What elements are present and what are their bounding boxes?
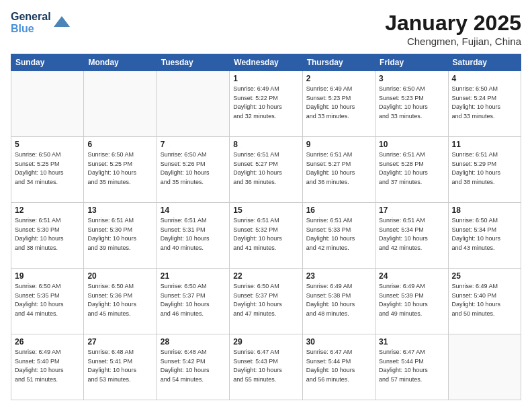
calendar-table: Sunday Monday Tuesday Wednesday Thursday… [11,54,521,400]
calendar-cell-4-6 [448,334,521,400]
calendar-cell-2-2: 14Sunrise: 6:51 AMSunset: 5:31 PMDayligh… [157,203,229,269]
day-number: 30 [306,337,371,347]
calendar-cell-1-5: 10Sunrise: 6:51 AMSunset: 5:28 PMDayligh… [375,137,448,203]
month-title: January 2025 [385,11,521,36]
day-info: Sunrise: 6:49 AMSunset: 5:22 PMDaylight:… [233,85,298,121]
calendar-cell-2-4: 16Sunrise: 6:51 AMSunset: 5:33 PMDayligh… [302,203,375,269]
day-number: 15 [233,205,298,215]
day-info: Sunrise: 6:47 AMSunset: 5:44 PMDaylight:… [379,348,444,384]
day-number: 26 [15,337,80,347]
day-number: 4 [452,74,517,83]
day-info: Sunrise: 6:51 AMSunset: 5:32 PMDaylight:… [233,216,298,253]
day-number: 18 [452,205,517,215]
calendar-cell-0-2 [157,71,229,137]
header: General Blue January 2025 Chengmen, Fuji… [11,11,521,47]
calendar-cell-1-0: 5Sunrise: 6:50 AMSunset: 5:25 PMDaylight… [11,137,84,203]
day-info: Sunrise: 6:49 AMSunset: 5:39 PMDaylight:… [379,282,444,318]
day-number: 23 [306,271,371,281]
week-row-4: 19Sunrise: 6:50 AMSunset: 5:35 PMDayligh… [11,269,521,334]
day-info: Sunrise: 6:50 AMSunset: 5:37 PMDaylight:… [161,282,226,318]
week-row-1: 1Sunrise: 6:49 AMSunset: 5:22 PMDaylight… [11,71,521,137]
calendar-cell-0-0 [11,71,84,137]
day-number: 5 [15,140,80,149]
calendar-cell-3-0: 19Sunrise: 6:50 AMSunset: 5:35 PMDayligh… [11,269,84,334]
calendar-header-row: Sunday Monday Tuesday Wednesday Thursday… [11,54,521,71]
day-number: 13 [87,205,152,215]
header-wednesday: Wednesday [230,54,302,71]
day-info: Sunrise: 6:51 AMSunset: 5:27 PMDaylight:… [233,150,298,187]
day-number: 31 [379,337,444,347]
day-info: Sunrise: 6:50 AMSunset: 5:25 PMDaylight:… [87,150,152,187]
day-number: 16 [306,205,371,215]
page: General Blue January 2025 Chengmen, Fuji… [0,0,532,411]
calendar-cell-0-5: 3Sunrise: 6:50 AMSunset: 5:23 PMDaylight… [375,71,448,137]
day-number: 20 [87,271,152,281]
logo-line1: General [11,11,51,23]
day-info: Sunrise: 6:50 AMSunset: 5:37 PMDaylight:… [233,282,298,318]
day-number: 10 [379,140,444,149]
day-info: Sunrise: 6:51 AMSunset: 5:27 PMDaylight:… [306,150,371,187]
day-info: Sunrise: 6:48 AMSunset: 5:41 PMDaylight:… [87,348,152,384]
header-friday: Friday [375,54,448,71]
day-info: Sunrise: 6:51 AMSunset: 5:28 PMDaylight:… [379,150,444,187]
day-number: 25 [452,271,517,281]
day-info: Sunrise: 6:49 AMSunset: 5:23 PMDaylight:… [306,85,371,121]
calendar-cell-3-6: 25Sunrise: 6:49 AMSunset: 5:40 PMDayligh… [448,269,521,334]
day-number: 28 [161,337,226,347]
day-info: Sunrise: 6:50 AMSunset: 5:26 PMDaylight:… [161,150,226,187]
calendar-cell-1-4: 9Sunrise: 6:51 AMSunset: 5:27 PMDaylight… [302,137,375,203]
calendar-cell-2-3: 15Sunrise: 6:51 AMSunset: 5:32 PMDayligh… [230,203,302,269]
day-number: 14 [161,205,226,215]
day-info: Sunrise: 6:50 AMSunset: 5:35 PMDaylight:… [15,282,80,318]
day-info: Sunrise: 6:49 AMSunset: 5:40 PMDaylight:… [15,348,80,384]
day-info: Sunrise: 6:50 AMSunset: 5:23 PMDaylight:… [379,85,444,121]
header-saturday: Saturday [448,54,521,71]
calendar-cell-3-5: 24Sunrise: 6:49 AMSunset: 5:39 PMDayligh… [375,269,448,334]
day-info: Sunrise: 6:51 AMSunset: 5:30 PMDaylight:… [15,216,80,253]
day-number: 22 [233,271,298,281]
calendar-cell-1-2: 7Sunrise: 6:50 AMSunset: 5:26 PMDaylight… [157,137,229,203]
day-info: Sunrise: 6:50 AMSunset: 5:25 PMDaylight:… [15,150,80,187]
day-number: 24 [379,271,444,281]
day-info: Sunrise: 6:47 AMSunset: 5:43 PMDaylight:… [233,348,298,384]
location: Chengmen, Fujian, China [385,36,521,47]
week-row-3: 12Sunrise: 6:51 AMSunset: 5:30 PMDayligh… [11,203,521,269]
day-number: 6 [87,140,152,149]
calendar-cell-3-2: 21Sunrise: 6:50 AMSunset: 5:37 PMDayligh… [157,269,229,334]
day-info: Sunrise: 6:47 AMSunset: 5:44 PMDaylight:… [306,348,371,384]
day-number: 3 [379,74,444,83]
week-row-2: 5Sunrise: 6:50 AMSunset: 5:25 PMDaylight… [11,137,521,203]
calendar-cell-0-6: 4Sunrise: 6:50 AMSunset: 5:24 PMDaylight… [448,71,521,137]
day-info: Sunrise: 6:51 AMSunset: 5:31 PMDaylight:… [161,216,226,253]
calendar-cell-3-4: 23Sunrise: 6:49 AMSunset: 5:38 PMDayligh… [302,269,375,334]
day-number: 2 [306,74,371,83]
calendar-cell-0-4: 2Sunrise: 6:49 AMSunset: 5:23 PMDaylight… [302,71,375,137]
calendar-cell-2-5: 17Sunrise: 6:51 AMSunset: 5:34 PMDayligh… [375,203,448,269]
calendar-cell-0-1 [84,71,157,137]
header-thursday: Thursday [302,54,375,71]
day-number: 17 [379,205,444,215]
logo-icon [52,13,71,32]
calendar-cell-0-3: 1Sunrise: 6:49 AMSunset: 5:22 PMDaylight… [230,71,302,137]
calendar-cell-4-4: 30Sunrise: 6:47 AMSunset: 5:44 PMDayligh… [302,334,375,400]
day-number: 29 [233,337,298,347]
week-row-5: 26Sunrise: 6:49 AMSunset: 5:40 PMDayligh… [11,334,521,400]
day-info: Sunrise: 6:50 AMSunset: 5:36 PMDaylight:… [87,282,152,318]
calendar-cell-1-1: 6Sunrise: 6:50 AMSunset: 5:25 PMDaylight… [84,137,157,203]
day-info: Sunrise: 6:51 AMSunset: 5:33 PMDaylight:… [306,216,371,253]
logo: General Blue [11,11,71,34]
calendar-cell-4-3: 29Sunrise: 6:47 AMSunset: 5:43 PMDayligh… [230,334,302,400]
day-number: 11 [452,140,517,149]
day-number: 27 [87,337,152,347]
calendar-cell-2-1: 13Sunrise: 6:51 AMSunset: 5:30 PMDayligh… [84,203,157,269]
day-info: Sunrise: 6:51 AMSunset: 5:34 PMDaylight:… [379,216,444,253]
day-number: 9 [306,140,371,149]
header-sunday: Sunday [11,54,84,71]
day-info: Sunrise: 6:49 AMSunset: 5:40 PMDaylight:… [452,282,517,318]
day-info: Sunrise: 6:51 AMSunset: 5:30 PMDaylight:… [87,216,152,253]
day-info: Sunrise: 6:49 AMSunset: 5:38 PMDaylight:… [306,282,371,318]
calendar-cell-3-3: 22Sunrise: 6:50 AMSunset: 5:37 PMDayligh… [230,269,302,334]
calendar-cell-4-2: 28Sunrise: 6:48 AMSunset: 5:42 PMDayligh… [157,334,229,400]
header-monday: Monday [84,54,157,71]
calendar-cell-4-1: 27Sunrise: 6:48 AMSunset: 5:41 PMDayligh… [84,334,157,400]
